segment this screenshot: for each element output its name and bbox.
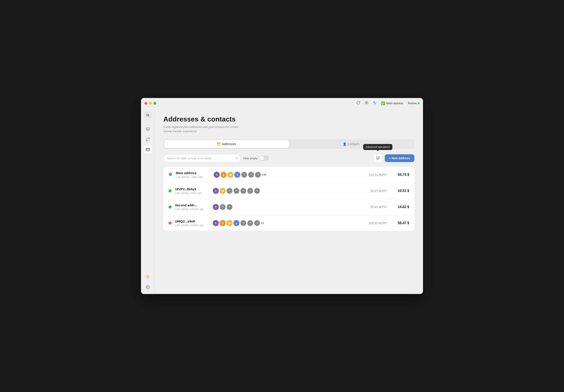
token-b-icon: ₿ (220, 220, 226, 226)
contacts-tab-label: Contacts (348, 142, 360, 146)
token-q3-icon: ? (240, 188, 246, 194)
table-row[interactable]: 16VPv...BiAy3 Last activity 7 days ago X… (163, 183, 414, 199)
app-body: TE Addresses & contacts (141, 108, 423, 294)
address-info: Main address Last activity 7 days ago (176, 171, 210, 178)
svg-point-4 (147, 276, 149, 278)
main-address-label: Main address (386, 102, 403, 105)
advanced-ops-button[interactable] (374, 154, 382, 163)
hide-empty-control: Hide empty (243, 156, 269, 161)
token-row-1: X ◆ ? ? ? (213, 188, 246, 194)
address-balance-alph: 101.62 ALPH (359, 221, 386, 225)
address-tokens: X ? ? (213, 204, 355, 210)
main-address-check-icon (169, 172, 172, 177)
search-icon (235, 156, 238, 160)
titlebar-right: ✅ Main address Testnet (356, 101, 420, 106)
sidebar-item-transfer[interactable] (143, 135, 152, 143)
eye-icon[interactable] (365, 101, 368, 106)
tab-contacts[interactable]: 👤 Contacts (289, 140, 414, 148)
token-row-1: X ₿ ◆ ⬥ ? (213, 220, 246, 226)
token-q-icon: ? (241, 172, 247, 178)
address-red-indicator (169, 222, 171, 224)
token-bn-icon: ◆ (227, 172, 233, 178)
token-x-icon: X (213, 204, 219, 210)
chart-icon[interactable] (373, 101, 377, 106)
check-circle-icon: ✅ (381, 101, 385, 105)
token-x-icon: X (213, 188, 219, 194)
token-q4-icon: ? (247, 188, 253, 194)
address-last-activity: Last activity a month ago (175, 224, 209, 227)
token-row-1: X ₿ ◆ ⬥ ? (214, 172, 247, 178)
address-balance-usd: 14.62 $ (390, 205, 409, 209)
address-info: 199QZ...x9ofi Last activity a month ago (175, 219, 209, 227)
token-eth-icon: ⬥ (234, 172, 240, 178)
toolbar: Hide empty Advanced operations + New add… (163, 154, 414, 163)
advanced-ops-tooltip: Advanced operations (363, 144, 393, 150)
titlebar: ✅ Main address Testnet (141, 98, 423, 108)
addresses-tab-label: Addresses (222, 142, 236, 146)
refresh-icon[interactable] (356, 101, 360, 106)
token-q5-icon: ? (254, 188, 260, 194)
main-address-selector[interactable]: ✅ Main address (381, 101, 403, 105)
token-b-icon: ₿ (221, 172, 226, 178)
token-row-2: ? ? (247, 188, 260, 194)
table-row[interactable]: Main address Last activity 7 days ago X … (163, 167, 414, 183)
token-q-icon: ? (220, 204, 226, 210)
tab-addresses[interactable]: 🗂️ Addresses (164, 140, 289, 148)
address-green-indicator (169, 205, 171, 209)
svg-line-8 (149, 278, 149, 278)
address-balance-usd: 58.47 $ (390, 221, 409, 225)
svg-rect-2 (146, 148, 150, 151)
token-q-icon: ? (240, 220, 246, 226)
minimize-button[interactable] (149, 102, 152, 105)
app-window: ✅ Main address Testnet TE (141, 98, 423, 294)
sidebar-item-assets[interactable] (143, 125, 152, 133)
sidebar-item-settings[interactable] (143, 283, 152, 291)
svg-line-12 (149, 276, 149, 276)
token-x-icon: X (214, 172, 220, 178)
token-q2-icon: ? (247, 220, 253, 226)
table-row[interactable]: Second addr... Last activity a month ago… (163, 199, 414, 215)
new-address-button[interactable]: + New address (385, 154, 414, 162)
sidebar: TE (141, 108, 155, 294)
address-last-activity: Last activity a month ago (175, 208, 209, 211)
sidebar-bottom (143, 273, 152, 291)
token-row-2: ? ? +2 (247, 220, 264, 226)
token-q2-icon: ? (226, 204, 233, 210)
svg-point-13 (147, 287, 148, 288)
svg-marker-1 (146, 127, 150, 129)
address-tokens: X ◆ ? ? ? ? ? (213, 188, 355, 194)
address-green-indicator (169, 189, 171, 192)
traffic-lights (144, 102, 156, 105)
address-last-activity: Last activity 7 days ago (176, 175, 210, 178)
address-balance-usd: 64.74 $ (390, 173, 409, 177)
token-q3-icon: ? (254, 220, 260, 226)
address-tokens: X ₿ ◆ ⬥ ? ? ? +19 (214, 172, 355, 178)
testnet-status-dot (418, 102, 420, 104)
address-info: 16VPv...BiAy3 Last activity 7 days ago (175, 187, 209, 195)
address-balance-alph: 25.41 ALPH (359, 205, 386, 209)
search-input[interactable] (163, 154, 241, 162)
address-name: Main address (176, 171, 210, 175)
address-last-activity: Last activity 7 days ago (175, 192, 209, 195)
token-row-1: X ? ? (213, 204, 233, 210)
token-bn-icon: ◆ (220, 188, 226, 194)
token-more-label: +2 (261, 222, 264, 224)
sidebar-item-theme[interactable] (143, 273, 152, 281)
hide-empty-toggle[interactable] (259, 156, 269, 161)
testnet-label: Testnet (408, 102, 417, 105)
svg-line-15 (237, 158, 238, 159)
token-row-2: ? ? +19 (248, 172, 266, 178)
close-button[interactable] (144, 102, 147, 105)
advanced-ops-wrapper: Advanced operations (374, 154, 382, 163)
token-eth-icon: ⬥ (233, 220, 240, 226)
sidebar-item-wallet[interactable] (143, 145, 152, 154)
address-name: Second addr... (175, 203, 209, 207)
address-name: 199QZ...x9ofi (175, 219, 209, 223)
table-row[interactable]: 199QZ...x9ofi Last activity a month ago … (163, 215, 414, 231)
maximize-button[interactable] (154, 102, 156, 105)
svg-line-11 (146, 278, 147, 278)
address-balance-alph: 18.27 ALPH (359, 189, 386, 193)
address-name: 16VPv...BiAy3 (175, 187, 209, 191)
address-balance-usd: 10.51 $ (390, 189, 409, 193)
avatar[interactable]: TE (143, 111, 152, 119)
